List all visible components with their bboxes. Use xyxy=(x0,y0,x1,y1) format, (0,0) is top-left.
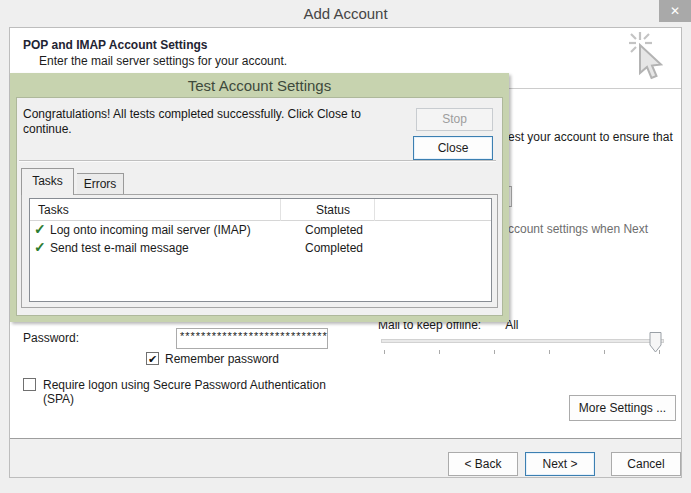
slider-tick xyxy=(604,350,605,354)
back-button[interactable]: < Back xyxy=(448,452,518,476)
clipped-auto-test-text: ccount settings when Next xyxy=(508,222,688,236)
window-title: Add Account xyxy=(0,5,691,22)
column-divider xyxy=(280,199,281,221)
remember-password-label: Remember password xyxy=(165,352,279,366)
next-button[interactable]: Next > xyxy=(525,452,595,476)
checkmark-icon: ✔ xyxy=(148,353,157,365)
clipped-test-account-text: est your account to ensure that xyxy=(508,130,688,144)
close-button[interactable]: Close xyxy=(413,136,493,160)
password-field[interactable]: ***************************** xyxy=(176,328,328,349)
cursor-click-icon xyxy=(625,30,669,89)
column-header-tasks[interactable]: Tasks xyxy=(38,203,69,217)
mail-offline-slider-track[interactable] xyxy=(381,339,664,343)
task-status: Completed xyxy=(305,241,363,255)
password-label: Password: xyxy=(23,331,79,345)
test-dialog-body: Congratulations! All tests completed suc… xyxy=(16,97,503,316)
slider-tick xyxy=(494,350,495,354)
remember-password-row: ✔Remember password xyxy=(146,351,279,366)
table-row[interactable]: ✓ Log onto incoming mail server (IMAP) C… xyxy=(30,221,491,239)
window-close-button[interactable]: ✕ xyxy=(659,0,691,22)
slider-tick xyxy=(659,350,660,354)
titlebar: Add Account ✕ xyxy=(0,0,691,26)
page-title: POP and IMAP Account Settings xyxy=(23,38,207,52)
check-icon: ✓ xyxy=(34,239,46,255)
tab-tasks[interactable]: Tasks xyxy=(21,168,74,195)
spa-label-line1: Require logon using Secure Password Auth… xyxy=(43,378,326,392)
column-divider xyxy=(374,199,375,221)
check-icon: ✓ xyxy=(34,221,46,237)
task-name: Log onto incoming mail server (IMAP) xyxy=(50,223,251,237)
spa-row: Require logon using Secure Password Auth… xyxy=(23,378,326,406)
more-settings-button[interactable]: More Settings ... xyxy=(569,395,676,421)
slider-tick xyxy=(384,350,385,354)
table-header: Tasks Status xyxy=(30,199,491,221)
add-account-window: Add Account ✕ POP and IMAP Account Setti… xyxy=(0,0,691,493)
dialog-divider xyxy=(19,160,496,162)
slider-tick xyxy=(439,350,440,354)
test-result-message: Congratulations! All tests completed suc… xyxy=(23,107,407,137)
mail-offline-slider-thumb[interactable] xyxy=(649,332,662,356)
tasks-tab-page: Tasks Status ✓ Log onto incoming mail se… xyxy=(21,194,498,308)
spa-label-line2: (SPA) xyxy=(43,392,326,406)
task-name: Send test e-mail message xyxy=(50,241,189,255)
task-status: Completed xyxy=(305,223,363,237)
cancel-button[interactable]: Cancel xyxy=(611,452,681,476)
slider-tick xyxy=(549,350,550,354)
remember-password-checkbox[interactable]: ✔ xyxy=(146,352,159,365)
spa-checkbox[interactable] xyxy=(23,378,36,391)
close-icon: ✕ xyxy=(670,4,680,18)
tasks-table: Tasks Status ✓ Log onto incoming mail se… xyxy=(29,198,492,302)
test-dialog-title: Test Account Settings xyxy=(10,77,509,94)
wizard-footer: < Back Next > Cancel xyxy=(10,438,681,477)
page-subtitle: Enter the mail server settings for your … xyxy=(39,54,287,68)
tab-errors[interactable]: Errors xyxy=(77,173,124,195)
column-header-status[interactable]: Status xyxy=(316,203,350,217)
stop-button[interactable]: Stop xyxy=(416,108,493,131)
spa-label: Require logon using Secure Password Auth… xyxy=(43,378,326,406)
test-account-settings-dialog: Test Account Settings Congratulations! A… xyxy=(10,73,509,322)
table-row[interactable]: ✓ Send test e-mail message Completed xyxy=(30,239,491,257)
